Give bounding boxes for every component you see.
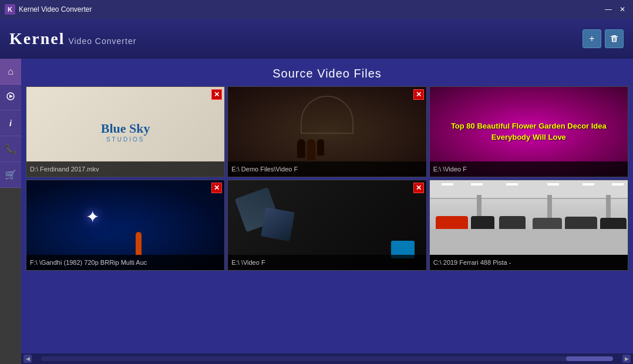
page-title: Source Video Files bbox=[21, 59, 633, 86]
remove-video-1-button[interactable]: ✕ bbox=[211, 89, 222, 100]
logo-subtitle: Video Converter bbox=[68, 36, 136, 46]
video-label-4: F:\ \Gandhi (1982) 720p BRRip Multi Auc bbox=[26, 255, 224, 270]
info-icon: i bbox=[9, 119, 12, 128]
sidebar: ⌂ i 📞 🛒 bbox=[0, 59, 21, 364]
remove-video-2-button[interactable]: ✕ bbox=[413, 89, 424, 100]
app-icon: K bbox=[5, 4, 15, 15]
video-label-3: E:\ \Video F bbox=[430, 161, 628, 177]
video-card-1: Blue Sky STUDIOS ✕ D:\ Ferdinand 2017.mk… bbox=[26, 86, 225, 177]
close-button[interactable]: ✕ bbox=[617, 5, 628, 14]
video-card-3: Top 80 Beautiful Flower Garden Decor Ide… bbox=[429, 86, 628, 177]
scroll-left-button[interactable]: ◀ bbox=[23, 355, 32, 363]
gandhi-figure bbox=[136, 232, 142, 255]
video-card-2: CINE ✕ E:\ Demo Files\Video F bbox=[227, 86, 426, 177]
cart-icon: 🛒 bbox=[5, 169, 16, 180]
title-bar: K Kernel Video Converter — ✕ bbox=[0, 0, 633, 19]
scroll-track bbox=[41, 356, 613, 361]
app-title: Kernel Video Converter bbox=[19, 5, 92, 14]
logo-main: Kernel bbox=[9, 29, 65, 48]
video-label-5: E:\ \Video F bbox=[228, 255, 426, 270]
title-bar-left: K Kernel Video Converter bbox=[5, 4, 92, 15]
sidebar-item-home[interactable]: ⌂ bbox=[0, 59, 21, 85]
remove-video-5-button[interactable]: ✕ bbox=[413, 183, 424, 193]
thumbnail-6 bbox=[430, 180, 628, 255]
video-card-6: C:\ 2019 Ferrari 488 Pista - bbox=[429, 180, 628, 271]
title-bar-controls: — ✕ bbox=[602, 5, 628, 14]
remove-video-4-button[interactable]: ✕ bbox=[211, 183, 222, 193]
star-burst bbox=[86, 207, 103, 225]
video-label-1: D:\ Ferdinand 2017.mkv bbox=[26, 161, 224, 177]
header: Kernel Video Converter + bbox=[0, 19, 633, 59]
sidebar-item-info[interactable]: i bbox=[0, 110, 21, 136]
sidebar-item-phone[interactable]: 📞 bbox=[0, 136, 21, 162]
phone-icon: 📞 bbox=[5, 143, 16, 154]
home-icon: ⌂ bbox=[8, 66, 14, 77]
video-icon bbox=[6, 92, 15, 103]
content-area: Source Video Files Blue Sky STUDIOS ✕ D:… bbox=[21, 59, 633, 364]
video-grid: Blue Sky STUDIOS ✕ D:\ Ferdinand 2017.mk… bbox=[21, 86, 633, 353]
figures bbox=[297, 139, 324, 160]
video-card-5: ✕ E:\ \Video F bbox=[227, 180, 426, 271]
sidebar-item-video[interactable] bbox=[0, 85, 21, 110]
svg-marker-3 bbox=[9, 95, 13, 98]
video-label-6: C:\ 2019 Ferrari 488 Pista - bbox=[430, 255, 628, 270]
video-label-2: E:\ Demo Files\Video F bbox=[228, 161, 426, 177]
flower-text: Top 80 Beautiful Flower Garden Decor Ide… bbox=[435, 121, 623, 142]
bluesky-sub: STUDIOS bbox=[101, 136, 150, 143]
add-file-button[interactable]: + bbox=[583, 29, 601, 48]
bluesky-logo: Blue Sky STUDIOS bbox=[101, 121, 150, 143]
header-actions: + bbox=[583, 29, 624, 48]
video-card-4: ✕ F:\ \Gandhi (1982) 720p BRRip Multi Au… bbox=[26, 180, 225, 271]
delete-file-button[interactable] bbox=[605, 29, 624, 48]
bluesky-text: Blue Sky bbox=[101, 121, 150, 136]
scroll-right-button[interactable]: ▶ bbox=[622, 355, 631, 363]
scrollbar-area: ◀ ▶ bbox=[21, 353, 633, 364]
trash-icon bbox=[610, 34, 619, 43]
main-area: ⌂ i 📞 🛒 Source Video Files bbox=[0, 59, 633, 364]
svg-rect-0 bbox=[612, 35, 616, 36]
logo-area: Kernel Video Converter bbox=[9, 29, 136, 48]
svg-rect-1 bbox=[611, 36, 618, 38]
sidebar-item-cart[interactable]: 🛒 bbox=[0, 162, 21, 188]
minimize-button[interactable]: — bbox=[602, 5, 614, 14]
scroll-thumb[interactable] bbox=[566, 356, 613, 361]
